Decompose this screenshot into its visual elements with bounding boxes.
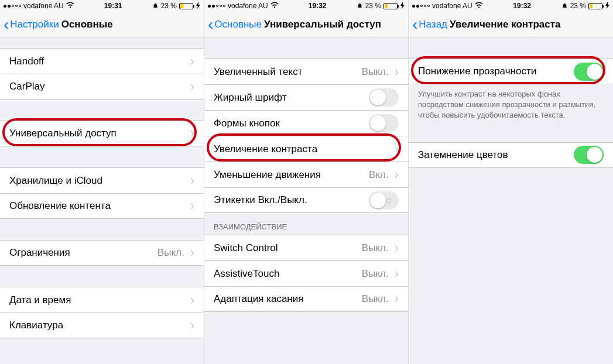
status-time: 19:31 (104, 2, 122, 10)
status-right: 23 % (357, 2, 405, 10)
group-spacer (0, 146, 204, 167)
chevron-right-icon: › (190, 245, 194, 260)
settings-cell[interactable]: Адаптация касания Выкл.› (204, 286, 408, 312)
cell-label: Затемнение цветов (418, 149, 574, 161)
battery-pct: 23 % (161, 2, 177, 10)
chevron-right-icon: › (190, 79, 194, 94)
settings-cell: Формы кнопок (204, 110, 408, 136)
status-time: 19:32 (309, 2, 327, 10)
cell-label: Этикетки Вкл./Выкл. (214, 194, 369, 206)
settings-cell: Понижение прозрачности (409, 59, 613, 84)
cell-group: Ограничения Выкл.› (0, 240, 204, 266)
group-spacer (409, 121, 613, 142)
cell-label: Handoff (9, 56, 188, 67)
charging-icon (605, 2, 609, 10)
carrier-label: vodafone AU (432, 2, 472, 10)
chevron-right-icon: › (190, 293, 194, 308)
settings-cell[interactable]: Уменьшение движения Вкл.› (204, 162, 408, 187)
battery-pct: 23 % (570, 2, 586, 10)
battery-pct: 23 % (365, 2, 381, 10)
cell-value: Выкл. (362, 66, 389, 78)
settings-cell[interactable]: Handoff › (0, 48, 204, 74)
carrier-label: vodafone AU (23, 2, 64, 10)
status-right: 23 % (561, 2, 609, 10)
chevron-right-icon: › (395, 64, 399, 80)
settings-cell[interactable]: Увеличенный текст Выкл.› (204, 59, 408, 84)
settings-cell[interactable]: AssistiveTouch Выкл.› (204, 260, 408, 286)
chevron-right-icon: › (395, 142, 399, 157)
charging-icon (196, 2, 200, 10)
cell-label: Формы кнопок (214, 118, 369, 129)
battery-icon (179, 3, 193, 9)
cell-label: Жирный шрифт (214, 92, 369, 104)
cell-group: Handoff › CarPlay › (0, 48, 204, 99)
settings-cell[interactable]: Обновление контента › (0, 193, 204, 219)
nav-back-button[interactable]: ‹ Настройки (4, 16, 59, 33)
cell-label: CarPlay (9, 81, 188, 92)
cell-label: Ограничения (9, 247, 157, 259)
status-time: 19:32 (513, 2, 531, 10)
settings-cell[interactable]: Увеличение контраста › (204, 136, 408, 162)
status-left: vodafone AU (412, 2, 483, 10)
chevron-right-icon: › (190, 173, 194, 188)
nav-back-button[interactable]: ‹ Назад (412, 16, 447, 33)
nav-back-label: Настройки (10, 19, 59, 30)
settings-cell: Затемнение цветов (409, 142, 613, 168)
chevron-right-icon: › (190, 198, 194, 214)
nav-back-label: Назад (419, 19, 447, 30)
cell-label: Хранилище и iCloud (9, 175, 188, 187)
cell-label: Обновление контента (9, 200, 188, 212)
settings-cell[interactable]: Switch Control Выкл.› (204, 235, 408, 260)
settings-cell: Жирный шрифт (204, 84, 408, 110)
battery-icon (383, 3, 398, 9)
screen-0: vodafone AU 19:31 23 % ‹ Настройки Основ… (0, 0, 204, 364)
group-spacer (409, 37, 613, 59)
cell-value: Вкл. (369, 169, 389, 181)
toggle-switch[interactable] (369, 88, 399, 107)
group-footer: Улучшить контраст на некоторых фонах пос… (409, 84, 613, 121)
chevron-right-icon: › (395, 241, 399, 256)
group-spacer (0, 266, 204, 287)
chevron-right-icon: › (190, 126, 194, 141)
group-spacer (0, 37, 204, 48)
settings-cell[interactable]: Хранилище и iCloud › (0, 167, 204, 193)
settings-cell[interactable]: Дата и время › (0, 287, 204, 313)
nav-bar: ‹ Назад Увеличение контраста (409, 12, 613, 37)
cell-label: Универсальный доступ (9, 128, 188, 139)
nav-bar: ‹ Основные Универсальный доступ (204, 12, 408, 37)
group-header: ВЗАИМОДЕЙСТВИЕ (204, 213, 408, 235)
signal-dots-icon (4, 5, 21, 8)
settings-cell[interactable]: Ограничения Выкл.› (0, 240, 204, 266)
chevron-left-icon: ‹ (412, 16, 417, 33)
settings-cell[interactable]: CarPlay › (0, 74, 204, 99)
status-bar: vodafone AU 19:32 23 % (204, 0, 408, 12)
cell-label: Клавиатура (9, 320, 188, 331)
nav-title: Универсальный доступ (264, 19, 381, 30)
chevron-right-icon: › (395, 167, 399, 183)
content: Понижение прозрачности Улучшить контраст… (409, 37, 613, 364)
nav-bar: ‹ Настройки Основные (0, 12, 204, 37)
settings-cell[interactable]: Клавиатура › (0, 313, 204, 338)
nav-title: Увеличение контраста (450, 19, 560, 30)
battery-icon (588, 3, 602, 9)
cell-group: Увеличенный текст Выкл.› Жирный шрифт Фо… (204, 59, 408, 213)
content: Увеличенный текст Выкл.› Жирный шрифт Фо… (204, 37, 408, 364)
cell-value: Выкл. (362, 293, 389, 305)
charging-icon (400, 2, 405, 10)
cell-group: Switch Control Выкл.› AssistiveTouch Вык… (204, 235, 408, 312)
settings-cell[interactable]: Универсальный доступ › (0, 121, 204, 146)
wifi-icon (66, 2, 74, 10)
toggle-switch[interactable] (574, 63, 604, 81)
status-bar: vodafone AU 19:32 23 % (409, 0, 613, 12)
cell-label: Понижение прозрачности (418, 66, 574, 77)
wifi-icon (270, 2, 279, 10)
toggle-switch[interactable] (369, 114, 399, 132)
cell-label: Увеличение контраста (214, 143, 392, 155)
alarm-icon (152, 2, 159, 10)
toggle-switch[interactable] (369, 191, 399, 210)
chevron-right-icon: › (190, 318, 194, 333)
cell-group: Понижение прозрачности (409, 59, 613, 84)
nav-back-label: Основные (214, 19, 262, 30)
toggle-switch[interactable] (574, 146, 604, 164)
nav-back-button[interactable]: ‹ Основные (208, 16, 262, 33)
